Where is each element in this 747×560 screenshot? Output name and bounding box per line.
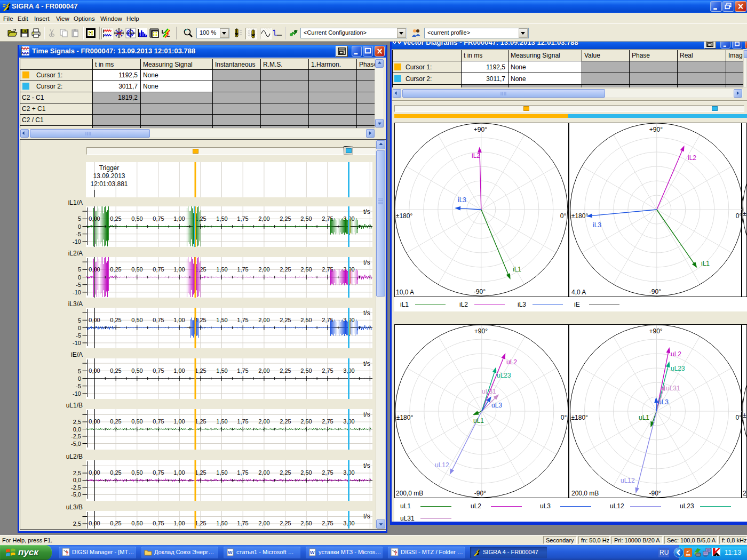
svg-text:2,25: 2,25 xyxy=(280,418,291,425)
svg-text:iL1: iL1 xyxy=(701,260,710,267)
svg-text:0,50: 0,50 xyxy=(131,520,142,526)
svg-text:uL2: uL2 xyxy=(506,358,517,366)
svg-text:1,50: 1,50 xyxy=(216,367,227,374)
svg-text:2,50: 2,50 xyxy=(300,367,312,374)
svg-text:1,25: 1,25 xyxy=(195,367,206,374)
svg-text:±1: ±1 xyxy=(743,210,747,218)
svg-text:1,75: 1,75 xyxy=(237,317,248,323)
svg-text:+90°: +90° xyxy=(474,126,487,133)
svg-text:0,75: 0,75 xyxy=(153,418,164,425)
svg-text:1,00: 1,00 xyxy=(173,367,185,374)
svg-text:1,75: 1,75 xyxy=(237,215,248,222)
svg-text:1,50: 1,50 xyxy=(216,317,227,323)
svg-text:0,25: 0,25 xyxy=(110,520,121,526)
svg-text:uL31: uL31 xyxy=(482,388,496,395)
svg-text:t/s: t/s xyxy=(363,513,370,520)
svg-text:+90°: +90° xyxy=(649,327,663,335)
svg-text:0,75: 0,75 xyxy=(153,215,164,222)
svg-text:±180°: ±180° xyxy=(396,414,414,421)
svg-text:uL23: uL23 xyxy=(497,372,511,379)
svg-text:0,50: 0,50 xyxy=(131,266,142,273)
svg-text:uL31: uL31 xyxy=(666,385,680,392)
svg-text:0,50: 0,50 xyxy=(131,215,142,222)
svg-text:2,00: 2,00 xyxy=(258,266,269,273)
svg-text:iL3: iL3 xyxy=(458,196,466,204)
svg-text:±180°: ±180° xyxy=(571,414,589,421)
svg-text:t/s: t/s xyxy=(363,309,370,317)
svg-text:uL12: uL12 xyxy=(621,477,635,484)
svg-text:2,25: 2,25 xyxy=(280,215,291,222)
svg-text:1,50: 1,50 xyxy=(216,266,227,273)
svg-text:iL2: iL2 xyxy=(472,152,480,159)
svg-text:2,50: 2,50 xyxy=(300,317,312,323)
svg-text:0,75: 0,75 xyxy=(153,469,164,476)
svg-text:-90°: -90° xyxy=(649,490,661,497)
svg-text:?: ? xyxy=(66,550,69,556)
svg-text:1,50: 1,50 xyxy=(216,520,227,526)
svg-text:1,25: 1,25 xyxy=(195,469,206,476)
svg-text:20: 20 xyxy=(743,490,747,497)
svg-text:2,00: 2,00 xyxy=(258,418,269,425)
svg-text:0,50: 0,50 xyxy=(131,317,142,323)
svg-text:?: ? xyxy=(394,550,398,556)
svg-text:uL1: uL1 xyxy=(473,417,484,425)
svg-text:0,50: 0,50 xyxy=(131,418,142,425)
svg-text:uL2: uL2 xyxy=(671,350,681,358)
svg-text:200,0 mB: 200,0 mB xyxy=(396,490,423,497)
svg-text:uL3: uL3 xyxy=(491,402,502,409)
svg-text:1,75: 1,75 xyxy=(237,520,248,526)
svg-text:0,25: 0,25 xyxy=(110,367,121,374)
svg-text:uL3: uL3 xyxy=(658,398,669,406)
svg-text:0,25: 0,25 xyxy=(110,266,121,273)
svg-text:0°: 0° xyxy=(736,414,742,421)
svg-text:0,75: 0,75 xyxy=(153,520,164,526)
svg-text:2,00: 2,00 xyxy=(258,317,269,323)
svg-text:1,25: 1,25 xyxy=(195,418,206,425)
svg-text:-90°: -90° xyxy=(649,288,661,295)
svg-text:1,00: 1,00 xyxy=(173,520,185,526)
svg-text:2,50: 2,50 xyxy=(300,520,312,526)
svg-text:t/s: t/s xyxy=(363,360,370,367)
svg-text:1,50: 1,50 xyxy=(216,469,227,476)
svg-text:200,0 mB: 200,0 mB xyxy=(571,490,599,497)
svg-text:2,25: 2,25 xyxy=(280,317,291,323)
svg-text:W: W xyxy=(228,550,233,555)
svg-text:2,50: 2,50 xyxy=(300,215,312,222)
svg-text:uL1: uL1 xyxy=(639,414,649,421)
svg-text:0°: 0° xyxy=(560,212,567,220)
svg-text:±180°: ±180° xyxy=(571,212,589,220)
svg-text:2,25: 2,25 xyxy=(280,469,291,476)
svg-text:uL23: uL23 xyxy=(671,365,685,372)
svg-text:iL1: iL1 xyxy=(513,266,521,273)
svg-text:0°: 0° xyxy=(736,212,742,220)
svg-text:2,25: 2,25 xyxy=(280,367,291,374)
svg-text:+90°: +90° xyxy=(474,327,488,335)
svg-text:2,00: 2,00 xyxy=(258,520,269,526)
svg-text:4,0 A: 4,0 A xyxy=(571,289,586,296)
svg-text:iL2: iL2 xyxy=(688,154,696,162)
svg-text:-90°: -90° xyxy=(474,490,486,497)
svg-text:1,75: 1,75 xyxy=(237,418,248,425)
svg-text:-90°: -90° xyxy=(474,288,486,295)
svg-text:2,50: 2,50 xyxy=(300,418,312,425)
svg-text:2,00: 2,00 xyxy=(258,215,269,222)
svg-text:10,0 A: 10,0 A xyxy=(396,289,414,296)
svg-text:1,00: 1,00 xyxy=(173,317,185,323)
svg-text:1,50: 1,50 xyxy=(216,215,227,222)
svg-text:1,00: 1,00 xyxy=(173,469,185,476)
svg-text:0°: 0° xyxy=(561,414,567,421)
svg-text:+90°: +90° xyxy=(649,126,663,133)
svg-text:1,00: 1,00 xyxy=(173,418,185,425)
svg-text:W: W xyxy=(310,550,315,555)
svg-text:2,75: 2,75 xyxy=(322,418,333,425)
svg-text:0,50: 0,50 xyxy=(131,367,142,374)
svg-text:0,25: 0,25 xyxy=(110,215,121,222)
svg-text:1,75: 1,75 xyxy=(237,266,248,273)
svg-text:2,00: 2,00 xyxy=(258,469,269,476)
svg-text:iL3: iL3 xyxy=(593,221,601,229)
svg-text:1,25: 1,25 xyxy=(195,520,206,526)
svg-text:0,50: 0,50 xyxy=(131,469,142,476)
svg-text:2,75: 2,75 xyxy=(322,520,333,526)
svg-text:±1: ±1 xyxy=(743,412,747,419)
svg-text:1,50: 1,50 xyxy=(216,418,227,425)
